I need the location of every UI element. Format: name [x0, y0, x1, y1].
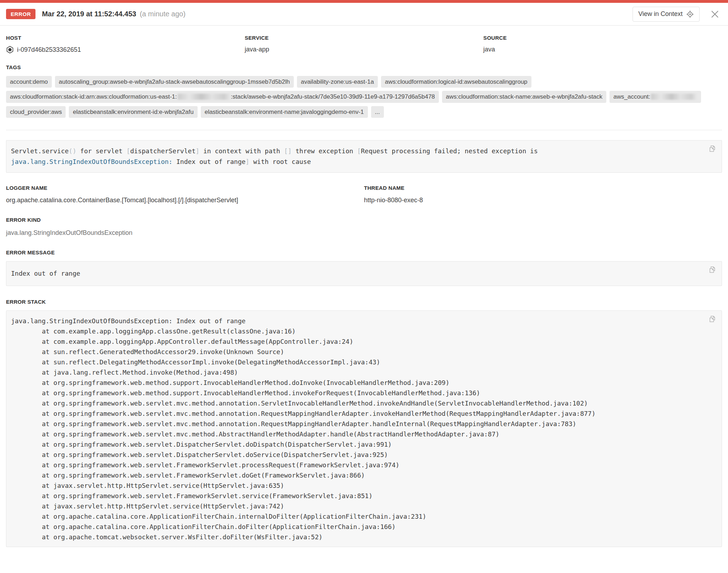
tag-pill[interactable]: cloud_provider:aws [6, 106, 66, 118]
close-icon [710, 9, 720, 20]
stack-trace-line: at org.springframework.web.servlet.mvc.m… [11, 408, 699, 419]
stack-trace-line: at org.springframework.web.method.suppor… [11, 378, 699, 388]
stack-trace-line: at org.springframework.web.servlet.Frame… [11, 460, 699, 470]
log-detail-header: ERROR Mar 22, 2019 at 11:52:44.453 (a mi… [0, 3, 728, 26]
error-kind-section: ERROR KIND java.lang.StringIndexOutOfBou… [6, 217, 722, 237]
redacted-value [178, 94, 230, 100]
tag-pill[interactable]: ... [371, 106, 384, 118]
redacted-value [651, 94, 696, 100]
source-label: SOURCE [483, 35, 722, 41]
copy-icon [708, 315, 717, 324]
logger-name-label: LOGGER NAME [6, 185, 364, 191]
stack-trace-line: at javax.servlet.http.HttpServlet.servic… [11, 480, 699, 491]
crosshair-target-icon [686, 10, 694, 18]
stack-trace-line: at org.springframework.web.servlet.mvc.m… [11, 398, 699, 408]
tag-pill[interactable]: account:demo [6, 76, 52, 88]
view-in-context-button[interactable]: View in Context [633, 7, 700, 22]
logger-thread-section: LOGGER NAME org.apache.catalina.core.Con… [6, 185, 722, 204]
stack-trace-line: at org.apache.catalina.core.ApplicationF… [11, 522, 699, 532]
tag-pill[interactable]: availability-zone:us-east-1a [297, 76, 378, 88]
stack-trace-line: at org.springframework.web.servlet.mvc.m… [11, 419, 699, 429]
logger-name-value: org.apache.catalina.core.ContainerBase.[… [6, 197, 364, 204]
copy-icon [708, 266, 717, 274]
tag-pill[interactable]: aws:cloudformation:logical-id:awsebautos… [381, 76, 531, 88]
error-stack-label: ERROR STACK [6, 299, 722, 305]
stack-trace-line: at org.springframework.web.servlet.mvc.m… [11, 429, 699, 439]
severity-accent-bar [0, 0, 728, 3]
close-panel-button[interactable] [710, 9, 720, 20]
tags-list: account:demoautoscaling_group:awseb-e-wb… [6, 76, 722, 118]
error-stack-box: java.lang.StringIndexOutOfBoundsExceptio… [6, 310, 722, 547]
host-label: HOST [6, 35, 245, 41]
service-value[interactable]: java-app [245, 46, 484, 53]
copy-error-stack-button[interactable] [707, 314, 717, 324]
error-message-section: ERROR MESSAGE Index out of range [6, 249, 722, 286]
copy-message-button[interactable] [707, 144, 717, 154]
hexagon-host-icon [6, 46, 14, 54]
tags-label: TAGS [6, 64, 722, 70]
error-level-badge: ERROR [6, 9, 35, 19]
source-field: SOURCE java [483, 35, 722, 54]
error-stack-section: ERROR STACK java.lang.StringIndexOutOfBo… [6, 299, 722, 547]
stack-trace-line: at org.springframework.web.servlet.Dispa… [11, 450, 699, 460]
stack-trace-line: at sun.reflect.GeneratedMethodAccessor29… [11, 347, 699, 357]
tag-pill[interactable]: autoscaling_group:awseb-e-wbnjfa2afu-sta… [55, 76, 294, 88]
log-relative-time: (a minute ago) [140, 10, 186, 18]
stack-trace-line: at org.apache.tomcat.websocket.server.Ws… [11, 532, 699, 542]
stack-trace-line: java.lang.StringIndexOutOfBoundsExceptio… [11, 316, 699, 326]
host-value[interactable]: i-097d46b2533362651 [6, 46, 245, 54]
log-timestamp: Mar 22, 2019 at 11:52:44.453 [42, 10, 136, 18]
error-message-text: Index out of range [11, 269, 699, 278]
stack-trace-line: at org.springframework.web.servlet.Dispa… [11, 439, 699, 450]
stack-trace-line: at com.example.app.loggingApp.classOne.g… [11, 326, 699, 336]
tag-pill[interactable]: aws:cloudformation:stack-id:arn:aws:clou… [6, 91, 439, 103]
stack-trace-line: at java.lang.reflect.Method.invoke(Metho… [11, 367, 699, 378]
error-message-label: ERROR MESSAGE [6, 249, 722, 255]
thread-name-label: THREAD NAME [364, 185, 722, 191]
tag-pill[interactable]: aws:cloudformation:stack-name:awseb-e-wb… [442, 91, 606, 103]
host-field: HOST i-097d46b2533362651 [6, 35, 245, 54]
tags-section: TAGS account:demoautoscaling_group:awseb… [6, 64, 722, 118]
stack-trace-line: at org.springframework.web.servlet.Frame… [11, 470, 699, 480]
copy-error-message-button[interactable] [707, 265, 717, 275]
tag-pill[interactable]: aws_account: [610, 91, 701, 103]
error-message-box: Index out of range [6, 261, 722, 286]
stack-trace-line: at com.example.app.loggingApp.AppControl… [11, 336, 699, 347]
stack-trace-line: at org.springframework.web.method.suppor… [11, 388, 699, 398]
meta-section: HOST i-097d46b2533362651 SERVICE java-ap… [6, 35, 722, 54]
log-message-text: Servlet.service() for servlet [dispatche… [11, 146, 699, 167]
stack-trace-line: at javax.servlet.http.HttpServlet.servic… [11, 501, 699, 511]
error-stack-text: java.lang.StringIndexOutOfBoundsExceptio… [11, 316, 699, 542]
view-in-context-label: View in Context [638, 10, 683, 18]
stack-trace-line: at org.springframework.web.servlet.Frame… [11, 491, 699, 501]
error-kind-value: java.lang.StringIndexOutOfBoundsExceptio… [6, 229, 722, 237]
stack-trace-line: at sun.reflect.DelegatingMethodAccessorI… [11, 357, 699, 367]
section-divider [6, 130, 722, 130]
thread-name-value: http-nio-8080-exec-8 [364, 197, 722, 204]
stack-trace-line: at org.apache.catalina.core.ApplicationF… [11, 511, 699, 522]
logger-name-field: LOGGER NAME org.apache.catalina.core.Con… [6, 185, 364, 204]
error-kind-label: ERROR KIND [6, 217, 722, 223]
thread-name-field: THREAD NAME http-nio-8080-exec-8 [364, 185, 722, 204]
service-label: SERVICE [245, 35, 484, 41]
service-field: SERVICE java-app [245, 35, 484, 54]
tag-pill[interactable]: elasticbeanstalk:environment-id:e-wbnjfa… [69, 106, 197, 118]
log-message-box: Servlet.service() for servlet [dispatche… [6, 140, 722, 173]
source-value[interactable]: java [483, 46, 722, 53]
tag-pill[interactable]: elasticbeanstalk:environment-name:javalo… [201, 106, 368, 118]
copy-icon [708, 145, 717, 153]
